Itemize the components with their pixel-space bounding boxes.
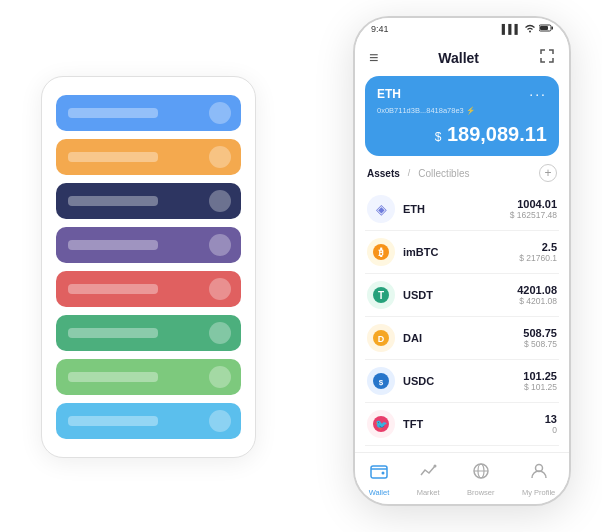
assets-header: Assets / Collectibles + [355, 164, 569, 188]
imbtc-icon: ₿ [367, 238, 395, 266]
add-asset-button[interactable]: + [539, 164, 557, 182]
bottom-nav-market[interactable]: Market [417, 461, 440, 497]
asset-name: ETH [403, 203, 510, 215]
currency-sign: $ [435, 130, 442, 144]
list-item[interactable] [56, 95, 241, 131]
card-label [68, 328, 158, 338]
asset-name: TFT [403, 418, 545, 430]
usdc-icon: $ [367, 367, 395, 395]
plus-icon: + [544, 166, 551, 180]
list-item[interactable] [56, 315, 241, 351]
table-row[interactable]: ◈ ETH 1004.01 $ 162517.48 [365, 188, 559, 231]
table-row[interactable]: T USDT 4201.08 $ 4201.08 [365, 274, 559, 317]
asset-list: ◈ ETH 1004.01 $ 162517.48 ₿ imBTC 2.5 [355, 188, 569, 452]
bottom-nav-profile[interactable]: My Profile [522, 461, 555, 497]
asset-usd: $ 101.25 [523, 382, 557, 392]
tft-icon: 🐦 [367, 410, 395, 438]
list-item[interactable] [56, 359, 241, 395]
balance-amount: 189,089.11 [447, 123, 547, 145]
expand-icon[interactable] [539, 48, 555, 68]
battery-icon [539, 24, 553, 34]
bottom-nav: Wallet Market [355, 452, 569, 504]
status-time: 9:41 [371, 24, 389, 34]
tab-assets[interactable]: Assets [367, 168, 400, 179]
eth-icon: ◈ [367, 195, 395, 223]
asset-amount: 13 [545, 413, 557, 425]
asset-amount: 1004.01 [510, 198, 557, 210]
card-icon [209, 102, 231, 124]
card-icon [209, 146, 231, 168]
asset-usd: $ 4201.08 [517, 296, 557, 306]
scene: 9:41 ▌▌▌ [21, 16, 581, 516]
svg-text:₿: ₿ [378, 247, 384, 258]
tab-collectibles[interactable]: Collectibles [418, 168, 469, 179]
profile-nav-label: My Profile [522, 488, 555, 497]
card-label [68, 152, 158, 162]
wallet-address: 0x0B711d3B...8418a78e3 ⚡ [377, 106, 547, 115]
tab-divider: / [408, 168, 411, 178]
list-item[interactable] [56, 183, 241, 219]
svg-rect-13 [371, 466, 387, 478]
asset-usd: $ 162517.48 [510, 210, 557, 220]
card-icon [209, 322, 231, 344]
asset-amount: 4201.08 [517, 284, 557, 296]
asset-amount: 508.75 [523, 327, 557, 339]
table-row[interactable]: ₿ imBTC 2.5 $ 21760.1 [365, 231, 559, 274]
bottom-nav-browser[interactable]: Browser [467, 461, 495, 497]
table-row[interactable]: D DAI 508.75 $ 508.75 [365, 317, 559, 360]
asset-name: USDC [403, 375, 523, 387]
list-item[interactable] [56, 403, 241, 439]
card-icon [209, 366, 231, 388]
card-label [68, 284, 158, 294]
profile-nav-icon [529, 461, 549, 486]
svg-rect-2 [552, 27, 554, 30]
asset-amount: 101.25 [523, 370, 557, 382]
card-label [68, 416, 158, 426]
svg-point-14 [381, 471, 384, 474]
asset-name: imBTC [403, 246, 519, 258]
list-item[interactable] [56, 271, 241, 307]
svg-point-15 [434, 464, 437, 467]
asset-amounts: 101.25 $ 101.25 [523, 370, 557, 392]
card-label [68, 108, 158, 118]
wallet-card[interactable]: ETH ··· 0x0B711d3B...8418a78e3 ⚡ $ 189,0… [365, 76, 559, 156]
wallet-currency-label: ETH [377, 87, 401, 101]
dai-icon: D [367, 324, 395, 352]
bottom-nav-wallet[interactable]: Wallet [369, 461, 390, 497]
card-icon [209, 278, 231, 300]
table-row[interactable]: 🐦 TFT 13 0 [365, 403, 559, 446]
wallet-nav-icon [369, 461, 389, 486]
card-icon [209, 410, 231, 432]
asset-amounts: 1004.01 $ 162517.48 [510, 198, 557, 220]
top-nav-bar: ≡ Wallet [355, 40, 569, 76]
market-nav-label: Market [417, 488, 440, 497]
wallet-card-top: ETH ··· [377, 86, 547, 102]
wallet-balance: $ 189,089.11 [377, 123, 547, 146]
svg-text:D: D [378, 334, 385, 344]
table-row[interactable]: $ USDC 101.25 $ 101.25 [365, 360, 559, 403]
card-icon [209, 190, 231, 212]
asset-name: USDT [403, 289, 517, 301]
asset-amounts: 2.5 $ 21760.1 [519, 241, 557, 263]
asset-amounts: 13 0 [545, 413, 557, 435]
wallet-nav-label: Wallet [369, 488, 390, 497]
list-item[interactable] [56, 227, 241, 263]
status-right: ▌▌▌ [502, 23, 553, 35]
asset-amounts: 508.75 $ 508.75 [523, 327, 557, 349]
svg-text:🐦: 🐦 [375, 418, 388, 431]
menu-icon[interactable]: ≡ [369, 49, 378, 67]
signal-icon: ▌▌▌ [502, 24, 521, 34]
wallet-options-icon[interactable]: ··· [529, 86, 547, 102]
asset-usd: 0 [545, 425, 557, 435]
phone-mockup: 9:41 ▌▌▌ [353, 16, 571, 506]
browser-nav-label: Browser [467, 488, 495, 497]
card-label [68, 372, 158, 382]
asset-amount: 2.5 [519, 241, 557, 253]
assets-tabs: Assets / Collectibles [367, 168, 469, 179]
list-item[interactable] [56, 139, 241, 175]
asset-usd: $ 508.75 [523, 339, 557, 349]
market-nav-icon [418, 461, 438, 486]
svg-rect-1 [540, 26, 548, 30]
svg-text:T: T [378, 290, 384, 301]
card-stack [41, 76, 256, 458]
